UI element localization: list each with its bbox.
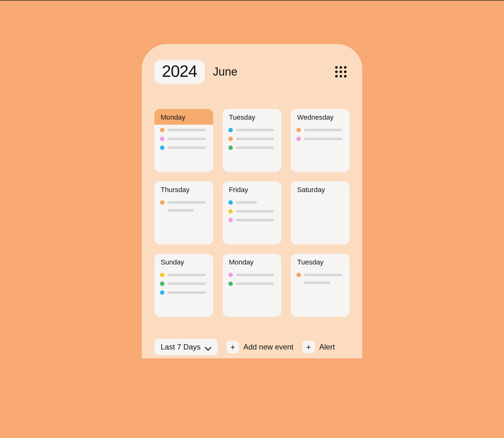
event-placeholder [236, 210, 274, 213]
event-placeholder [236, 274, 274, 276]
plus-icon: + [226, 341, 239, 353]
range-selector[interactable]: Last 7 Days [154, 339, 218, 355]
event-dot-icon [160, 290, 164, 295]
day-card[interactable]: Sunday [154, 254, 213, 317]
event-dot-icon [296, 137, 301, 141]
event-list [154, 270, 213, 295]
event-placeholder [304, 129, 342, 131]
day-card[interactable]: Friday [223, 181, 282, 244]
event-placeholder [236, 138, 274, 140]
day-card[interactable]: Wednesday [291, 109, 350, 172]
event-list [291, 270, 350, 284]
day-label: Friday [223, 181, 282, 197]
day-card[interactable]: Thursday [154, 181, 213, 244]
event-item[interactable] [296, 137, 344, 141]
event-list [223, 125, 282, 150]
day-card[interactable]: Monday [154, 109, 213, 172]
day-label: Sunday [154, 254, 213, 270]
event-placeholder [168, 291, 206, 294]
event-dot-icon [296, 128, 301, 132]
event-placeholder [236, 201, 257, 204]
event-placeholder [168, 274, 206, 276]
event-dot-icon [160, 145, 164, 150]
event-item[interactable] [160, 290, 208, 295]
event-placeholder [168, 201, 206, 204]
event-item[interactable] [228, 218, 276, 222]
day-label: Tuesday [291, 254, 350, 270]
event-list [154, 125, 213, 150]
event-dot-icon [160, 128, 164, 132]
day-card[interactable]: Monday [223, 254, 282, 317]
event-placeholder [168, 282, 206, 285]
day-card[interactable]: Saturday [291, 181, 350, 244]
event-dot-icon [228, 145, 233, 150]
year-badge[interactable]: 2024 [154, 60, 205, 84]
event-list [223, 197, 282, 222]
event-placeholder [304, 274, 342, 276]
event-item[interactable] [228, 128, 276, 132]
range-label: Last 7 Days [161, 343, 201, 351]
calendar-header: 2024 June [154, 60, 350, 84]
event-list [223, 270, 282, 286]
event-dot-icon [228, 218, 233, 222]
event-item[interactable] [228, 209, 276, 213]
event-item[interactable] [160, 137, 208, 141]
bottom-controls: Last 7 Days + Add new event + Alert [154, 339, 350, 358]
event-item[interactable] [228, 145, 276, 150]
event-item[interactable] [296, 273, 344, 277]
event-item[interactable] [228, 273, 276, 277]
chevron-down-icon [205, 344, 211, 351]
event-placeholder [168, 146, 206, 149]
event-dot-icon [228, 128, 233, 132]
event-placeholder [236, 129, 274, 131]
event-dot-icon [228, 282, 233, 286]
event-placeholder [236, 219, 274, 221]
event-list [154, 197, 213, 212]
month-label[interactable]: June [213, 65, 238, 78]
event-item-continuation [296, 282, 344, 284]
day-label: Tuesday [223, 109, 282, 125]
alert-label: Alert [319, 343, 335, 351]
event-item-continuation [160, 209, 208, 212]
day-label: Wednesday [291, 109, 350, 125]
event-item[interactable] [228, 200, 276, 205]
event-item[interactable] [160, 200, 208, 205]
event-dot-icon [228, 137, 233, 141]
event-placeholder [236, 282, 274, 285]
day-label: Monday [223, 254, 282, 270]
event-placeholder [236, 146, 274, 149]
event-item[interactable] [228, 282, 276, 286]
event-placeholder [304, 138, 342, 140]
app-grid-icon[interactable] [335, 66, 346, 77]
event-dot-icon [228, 273, 233, 277]
event-dot-icon [160, 273, 164, 277]
event-placeholder [168, 138, 206, 140]
add-event-label: Add new event [243, 343, 294, 351]
event-dot-icon [228, 209, 233, 213]
event-item[interactable] [160, 282, 208, 286]
event-item[interactable] [160, 273, 208, 277]
event-item[interactable] [160, 128, 208, 132]
event-dot-icon [160, 137, 164, 141]
day-card[interactable]: Tuesday [223, 109, 282, 172]
event-list [291, 125, 350, 141]
event-dot-icon [160, 200, 164, 205]
event-placeholder [168, 209, 194, 212]
event-dot-icon [296, 273, 301, 277]
add-event-button[interactable]: + Add new event [226, 341, 294, 353]
day-card[interactable]: Tuesday [291, 254, 350, 317]
days-grid: MondayTuesdayWednesdayThursdayFridaySatu… [154, 109, 350, 317]
alert-button[interactable]: + Alert [302, 341, 335, 353]
event-dot-icon [228, 200, 233, 205]
day-label: Thursday [154, 181, 213, 197]
calendar-panel: 2024 June MondayTuesdayWednesdayThursday… [142, 44, 362, 358]
event-list [291, 197, 350, 200]
event-item[interactable] [296, 128, 344, 132]
day-label: Saturday [291, 181, 350, 197]
event-placeholder [304, 282, 330, 284]
event-item[interactable] [228, 137, 276, 141]
event-item[interactable] [160, 145, 208, 150]
event-dot-icon [160, 282, 164, 286]
plus-icon: + [302, 341, 315, 353]
day-label: Monday [154, 109, 213, 125]
